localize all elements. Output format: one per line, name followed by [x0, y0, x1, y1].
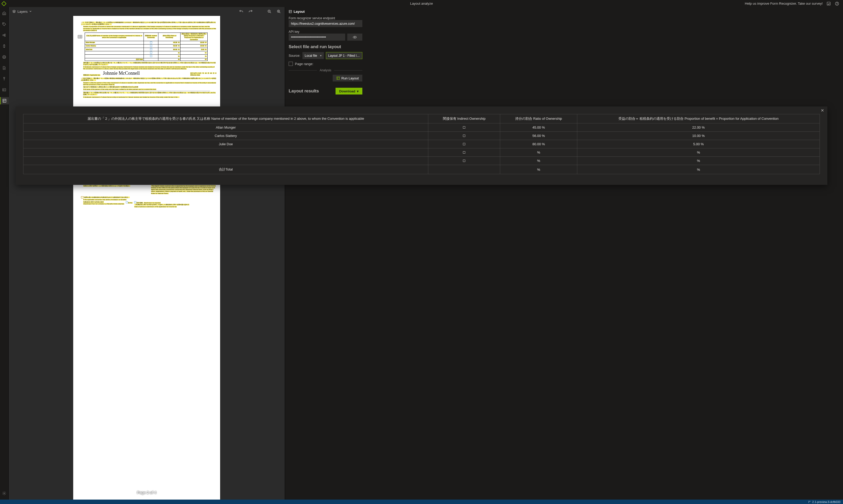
eye-icon [352, 35, 357, 40]
layers-icon [12, 10, 16, 13]
doc-mini-table: 氏名又は名称 Name of member of the foreign com… [85, 33, 208, 61]
undo-button[interactable] [239, 9, 244, 14]
nav-compose-icon[interactable] [0, 42, 8, 50]
doc-text: 届出書の「2」の団体が支払を受ける「4」の配当について、「1」の租税条約の相手国… [83, 92, 216, 95]
svg-point-17 [808, 501, 809, 501]
th-ratio: 持分の割合 Ratio of Ownership [500, 114, 577, 123]
endpoint-label: Form recognizer service endpoint [288, 16, 335, 20]
select-file-title: Select file and run layout [288, 44, 362, 50]
svg-point-3 [3, 23, 4, 24]
th-benefit: 受益の割合＝ 租税条約の適用を受ける割合 Proportion of benef… [577, 114, 820, 123]
table-row: 合計Total%% [23, 165, 820, 174]
doc-text: 日本で課税上、届出書の「2」の団体の構成員が納税義務者とされるが、租税条約の規定… [81, 77, 216, 81]
download-button[interactable]: Download ▾ [335, 88, 362, 94]
branch-icon [808, 501, 811, 503]
table-row: %% [23, 157, 820, 165]
close-icon [821, 109, 824, 112]
svg-point-7 [3, 56, 5, 58]
pagerange-checkbox[interactable] [288, 62, 293, 66]
analysis-label: Analysis [320, 69, 331, 72]
survey-link[interactable]: Help us improve Form Recognizer. Take ou… [745, 2, 823, 5]
svg-rect-10 [3, 99, 6, 102]
properties-pane: Layout Form recognizer service endpoint … [285, 7, 366, 500]
nav-connect-icon[interactable] [0, 75, 8, 83]
feedback-icon[interactable] [826, 1, 831, 6]
redo-button[interactable] [248, 9, 253, 14]
layout-icon [288, 10, 292, 13]
svg-point-5 [4, 34, 5, 35]
file-dropdown[interactable]: Layout JP 1 - Filled In.pdf [326, 52, 362, 59]
endpoint-input[interactable] [288, 20, 362, 27]
app-title: Layout analyze [410, 2, 433, 5]
app-logo-icon [1, 1, 6, 6]
help-icon[interactable] [835, 1, 839, 6]
download-label: Download [339, 89, 355, 93]
page-indicator: Page 2 of 4 [137, 490, 156, 495]
zoom-out-button[interactable] [267, 9, 272, 14]
pane-title: Layout [294, 10, 305, 14]
table-row: Julie Doe80.00 %5.00 % [23, 140, 820, 148]
apikey-label: API key [288, 30, 299, 34]
th-name: 届出書の「２」の外国法人の株主等で租税条約の適用を受ける者の氏名 又は名称 Na… [23, 114, 428, 123]
chevron-down-icon: ▾ [357, 89, 359, 93]
doc-text: Details if, while the partner of the ent… [83, 82, 216, 85]
run-layout-button[interactable]: Run Layout [333, 75, 363, 82]
doc-text: "Tax Agent" means a person who is appoin… [151, 185, 216, 194]
apikey-input[interactable] [288, 34, 345, 41]
layers-label: Layers [17, 10, 28, 14]
doc-text: 根拠法令 Applicable law [83, 74, 100, 76]
source-dropdown[interactable]: Local file ▾ [302, 52, 324, 59]
signature: Johnnie McConnell [103, 71, 140, 76]
table-preview-modal: 届出書の「２」の外国法人の株主等で租税条約の適用を受ける者の氏名 又は名称 Na… [16, 107, 827, 185]
svg-point-15 [354, 37, 355, 38]
doc-text: If dividends mentioned in 4 above that a… [83, 96, 179, 98]
nav-settings-icon[interactable] [0, 490, 8, 497]
svg-rect-16 [337, 77, 339, 80]
nav-home-icon[interactable] [0, 10, 8, 17]
zoom-in-button[interactable] [276, 9, 281, 14]
source-label: Source: [288, 54, 300, 57]
svg-point-11 [4, 493, 5, 494]
svg-point-6 [4, 35, 5, 36]
table-row: Allan Munger45.00 %22.00 % [23, 123, 820, 132]
svg-rect-0 [827, 2, 830, 5]
table-row: %% [23, 148, 820, 157]
svg-rect-14 [289, 11, 292, 13]
chevron-down-icon [29, 10, 32, 13]
nav-layout-icon[interactable] [0, 97, 8, 104]
nav-rail [0, 7, 8, 500]
layers-dropdown[interactable]: Layers [12, 10, 32, 14]
doc-text: 他の全ての構成員から通知を受けこの届出書を提出する構成員の氏名又は名称 [83, 86, 138, 88]
table-region-icon[interactable] [78, 35, 82, 38]
run-layout-label: Run Layout [341, 76, 359, 80]
doc-text: Details of proportion of income to which… [83, 26, 216, 31]
svg-point-18 [808, 502, 809, 503]
close-button[interactable] [821, 109, 824, 112]
reveal-apikey-button[interactable] [347, 34, 362, 41]
doc-text: 届出書の「2」の外国法人が支払を受ける「4」の配当について、「1」の租税条約の相… [83, 62, 216, 65]
nav-new-doc-icon[interactable] [0, 64, 8, 72]
nav-model-icon[interactable] [0, 32, 8, 39]
nav-ocr-icon[interactable] [0, 86, 8, 93]
pagerange-label: Page range: [295, 62, 313, 66]
results-title: Layout results [288, 89, 319, 94]
nav-tag-icon[interactable] [0, 21, 8, 28]
svg-point-4 [3, 35, 4, 36]
document-preview[interactable]: 3 3 日本で課税上、届出書の「2」の外国法人が納税義務者とされるが、租税条約の… [73, 16, 220, 500]
table-row: Carlos Slattery56.00 %10.00 % [23, 132, 820, 140]
version-label: 2.1-preview.3-dcfb033 [812, 500, 840, 503]
doc-text: If dividends mentioned in 4 above that a… [83, 66, 215, 70]
file-value: Layout JP 1 - Filled In.pdf [328, 54, 360, 57]
doc-text: 3 日本で課税上、届出書の「2」の外国法人が納税義務者とされるが、租税条約の規定… [81, 22, 216, 25]
nav-analyze-icon[interactable] [0, 53, 8, 61]
play-icon [336, 76, 340, 80]
extracted-table: 届出書の「２」の外国法人の株主等で租税条約の適用を受ける者の氏名 又は名称 Na… [23, 114, 820, 174]
doc-text: Full name of the partner of the entity w… [83, 89, 156, 90]
status-bar: 2.1-preview.3-dcfb033 [0, 500, 843, 504]
svg-rect-9 [3, 89, 6, 91]
th-indirect: 間接保有 Indirect Ownership [428, 114, 500, 123]
chevron-down-icon: ▾ [320, 54, 321, 57]
svg-point-8 [3, 55, 6, 58]
source-value: Local file [305, 54, 317, 57]
